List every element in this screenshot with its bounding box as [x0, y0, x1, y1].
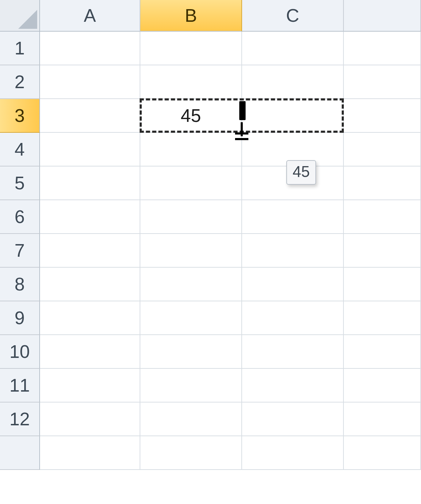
cell-D6[interactable]	[344, 200, 421, 234]
cell-C6[interactable]	[242, 200, 344, 234]
cell-C4[interactable]	[242, 133, 344, 166]
row-header-label: 5	[15, 172, 25, 194]
cell-B11[interactable]	[140, 369, 242, 402]
cell-B2[interactable]	[140, 65, 242, 99]
cell-D11[interactable]	[344, 369, 421, 402]
row-header-8[interactable]: 8	[0, 268, 40, 301]
cell-B3[interactable]: 45	[140, 99, 242, 133]
cell-A13[interactable]	[40, 436, 140, 470]
column-header-label: C	[286, 5, 299, 26]
cell-A11[interactable]	[40, 369, 140, 402]
row-header-label: 9	[15, 307, 25, 328]
cell-B5[interactable]	[140, 166, 242, 200]
cell-A9[interactable]	[40, 301, 140, 335]
cell-C2[interactable]	[242, 65, 344, 99]
row-header-label: 1	[15, 38, 25, 59]
cell-value: 45	[181, 105, 201, 126]
select-all-triangle-icon	[18, 10, 37, 29]
row-header-10[interactable]: 10	[0, 335, 40, 369]
cell-D10[interactable]	[344, 335, 421, 369]
cell-D5[interactable]	[344, 166, 421, 200]
cell-D9[interactable]	[344, 301, 421, 335]
cell-C9[interactable]	[242, 301, 344, 335]
cell-D13[interactable]	[344, 436, 421, 470]
row-header-label: 2	[15, 71, 25, 92]
row-header-label: 7	[15, 240, 25, 261]
cell-B9[interactable]	[140, 301, 242, 335]
cell-C5[interactable]	[242, 166, 344, 200]
spreadsheet-grid: A B C 1 2 3 45 4 5 6 7 8	[0, 0, 421, 504]
row-header-label: 8	[15, 274, 25, 295]
row-header-2[interactable]: 2	[0, 65, 40, 99]
column-header-D[interactable]	[344, 0, 421, 32]
cell-A3[interactable]	[40, 99, 140, 133]
row-header-5[interactable]: 5	[0, 166, 40, 200]
row-header-4[interactable]: 4	[0, 133, 40, 166]
column-header-B[interactable]: B	[140, 0, 242, 32]
column-header-C[interactable]: C	[242, 0, 344, 32]
cell-A2[interactable]	[40, 65, 140, 99]
cell-A8[interactable]	[40, 268, 140, 301]
cell-A1[interactable]	[40, 32, 140, 65]
cell-C10[interactable]	[242, 335, 344, 369]
cell-D1[interactable]	[344, 32, 421, 65]
row-header-label: 10	[9, 341, 30, 362]
column-header-label: B	[185, 5, 197, 26]
cell-C8[interactable]	[242, 268, 344, 301]
cell-B12[interactable]	[140, 402, 242, 436]
cell-B4[interactable]	[140, 133, 242, 166]
row-header-label: 6	[15, 206, 25, 227]
cell-A6[interactable]	[40, 200, 140, 234]
cell-D4[interactable]	[344, 133, 421, 166]
cell-C3[interactable]	[242, 99, 344, 133]
cell-D7[interactable]	[344, 234, 421, 268]
cell-B13[interactable]	[140, 436, 242, 470]
cell-D8[interactable]	[344, 268, 421, 301]
cell-B10[interactable]	[140, 335, 242, 369]
cell-A10[interactable]	[40, 335, 140, 369]
cell-A12[interactable]	[40, 402, 140, 436]
row-header-13[interactable]	[0, 436, 40, 470]
row-header-label: 12	[9, 408, 30, 430]
cell-B8[interactable]	[140, 268, 242, 301]
cell-A4[interactable]	[40, 133, 140, 166]
row-header-7[interactable]: 7	[0, 234, 40, 268]
row-header-1[interactable]: 1	[0, 32, 40, 65]
row-header-3[interactable]: 3	[0, 99, 40, 133]
cell-C7[interactable]	[242, 234, 344, 268]
cell-D2[interactable]	[344, 65, 421, 99]
row-header-label: 4	[15, 139, 25, 160]
cell-C12[interactable]	[242, 402, 344, 436]
svg-marker-0	[18, 10, 37, 29]
cell-C13[interactable]	[242, 436, 344, 470]
cell-B6[interactable]	[140, 200, 242, 234]
cell-C11[interactable]	[242, 369, 344, 402]
column-header-A[interactable]: A	[40, 0, 140, 32]
cell-A7[interactable]	[40, 234, 140, 268]
cell-C1[interactable]	[242, 32, 344, 65]
column-header-label: A	[84, 5, 96, 26]
row-header-label: 11	[9, 375, 30, 396]
select-all-corner[interactable]	[0, 0, 40, 32]
row-header-9[interactable]: 9	[0, 301, 40, 335]
row-header-11[interactable]: 11	[0, 369, 40, 402]
row-header-6[interactable]: 6	[0, 200, 40, 234]
cell-B1[interactable]	[140, 32, 242, 65]
cell-D12[interactable]	[344, 402, 421, 436]
cell-D3[interactable]	[344, 99, 421, 133]
row-header-label: 3	[15, 105, 25, 126]
cell-A5[interactable]	[40, 166, 140, 200]
cell-B7[interactable]	[140, 234, 242, 268]
row-header-12[interactable]: 12	[0, 402, 40, 436]
